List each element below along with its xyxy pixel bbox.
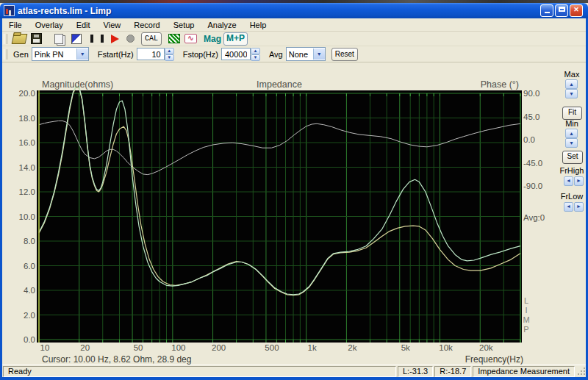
generator-type-select[interactable]: Pink PN ▼ [32, 47, 89, 61]
magnitude-tick-label: 10.0 [19, 212, 35, 221]
copy-icon [54, 34, 63, 44]
menu-record[interactable]: Record [127, 20, 166, 30]
arrow-left-icon[interactable]: ◄ [564, 202, 573, 212]
phase-tick-label: 45.0 [523, 112, 539, 121]
max-spinner[interactable]: ▲▼ [565, 79, 578, 98]
frequency-tick-label: 10 [40, 343, 50, 352]
magnitude-tick-label: 16.0 [19, 138, 35, 147]
menu-help[interactable]: Help [243, 20, 273, 30]
chevron-down-icon[interactable]: ▼ [313, 49, 325, 60]
frequency-tick-label: 1k [308, 343, 317, 352]
magnitude-tick-label: 2.0 [24, 311, 35, 320]
limp-logo-letter: P [523, 325, 528, 334]
chevron-down-icon[interactable]: ▼ [76, 49, 88, 60]
avg-label: Avg [269, 50, 283, 59]
open-file-icon [12, 34, 28, 44]
status-left-level: L:-31.3 [398, 366, 433, 377]
status-bar: Ready L:-31.3 R:-18.7 Impedance Measurem… [2, 365, 586, 377]
arrow-right-icon[interactable]: ► [574, 202, 584, 212]
fstart-input[interactable] [137, 48, 165, 60]
reset-button[interactable]: Reset [331, 48, 358, 61]
status-ready: Ready [3, 366, 396, 377]
magnitude-phase-view-button[interactable]: M+P [223, 32, 248, 46]
status-right-level: R:-18.7 [434, 366, 471, 377]
spectrum-icon [168, 34, 180, 43]
phase-tick-label: -45.0 [523, 159, 542, 168]
spin-down-icon[interactable]: ▼ [565, 89, 578, 98]
save-file-button[interactable] [31, 32, 42, 46]
generator-wave-icon: ∿ [184, 34, 197, 43]
fit-button[interactable]: Fit [562, 107, 582, 120]
fstop-spinner[interactable] [251, 48, 260, 60]
set-button[interactable]: Set [562, 151, 583, 164]
invert-colors-button[interactable] [71, 32, 82, 46]
averaging-value: None [287, 50, 313, 59]
magnitude-tick-label: 18.0 [19, 114, 35, 123]
impedance-chart[interactable]: 20.018.016.014.012.010.08.06.04.02.00.09… [0, 62, 548, 365]
magnitude-tick-label: 6.0 [24, 262, 35, 270]
open-file-button[interactable] [12, 32, 26, 46]
record-play-icon [111, 35, 119, 43]
calibrate-button[interactable]: CAL [141, 32, 162, 46]
toolbar-grip[interactable] [4, 34, 7, 44]
toolbar-grip-2[interactable] [4, 49, 7, 60]
title-bar[interactable]: atlas-rechts.lim - Limp [0, 3, 588, 18]
averaging-select[interactable]: None ▼ [286, 47, 326, 61]
minimize-button[interactable] [540, 4, 553, 17]
frlow-arrows: ◄► [564, 202, 584, 212]
spin-up-icon[interactable]: ▲ [565, 129, 578, 138]
record-stop-button[interactable] [126, 32, 135, 46]
spin-down-icon[interactable]: ▼ [565, 138, 578, 148]
app-icon [4, 5, 15, 16]
caption-buttons [540, 4, 583, 17]
spin-up-icon[interactable]: ▲ [565, 79, 578, 89]
frequency-tick-label: 200 [212, 343, 226, 352]
menu-setup[interactable]: Setup [167, 20, 201, 30]
generator-type-value: Pink PN [32, 50, 76, 59]
menu-analyze[interactable]: Analyze [201, 20, 243, 30]
pause-button[interactable] [90, 32, 104, 46]
magnitude-tick-label: 14.0 [19, 163, 35, 172]
spin-up-icon[interactable] [251, 48, 260, 54]
close-button[interactable] [570, 4, 583, 17]
frlow-label: FrLow [550, 192, 588, 201]
spectrum-button[interactable] [168, 32, 180, 46]
avg-count-label: Avg:0 [523, 213, 545, 222]
window-title: atlas-rechts.lim - Limp [18, 6, 111, 16]
frequency-tick-label: 50 [134, 343, 143, 352]
magnitude-tick-label: 4.0 [24, 286, 35, 295]
magnitude-tick-label: 20.0 [19, 89, 35, 98]
limp-logo-letter: I [525, 306, 527, 315]
magnitude-axis-title: Magnitude(ohms) [42, 79, 113, 90]
menu-file[interactable]: File [2, 20, 29, 30]
menu-overlay[interactable]: Overlay [29, 20, 70, 30]
limp-logo-letter: L [524, 296, 528, 305]
generator-toolbar: Gen Pink PN ▼ Fstart(Hz) Fstop(Hz) Avg N… [2, 46, 586, 62]
generator-button[interactable]: ∿ [184, 32, 197, 46]
fstop-input[interactable] [221, 48, 251, 60]
frhigh-arrows: ◄► [564, 176, 584, 186]
frequency-axis-title: Frequency(Hz) [465, 354, 523, 365]
spin-up-icon[interactable] [165, 48, 174, 54]
record-play-button[interactable] [111, 32, 119, 46]
menu-bar: File Overlay Edit View Record Setup Anal… [2, 18, 586, 32]
cursor-readout: Cursor: 10.00 Hz, 8.62 Ohm, 28.9 deg [42, 354, 191, 365]
copy-button[interactable] [54, 32, 63, 46]
fstop-label: Fstop(Hz) [183, 50, 218, 59]
frequency-tick-label: 5k [401, 343, 410, 352]
magnitude-tick-label: 12.0 [19, 187, 35, 196]
magnitude-view-button[interactable]: Mag [204, 32, 221, 46]
fstart-spinner[interactable] [165, 48, 174, 60]
phase-tick-label: 0.0 [523, 135, 535, 144]
menu-edit[interactable]: Edit [70, 20, 97, 30]
menu-view[interactable]: View [97, 20, 128, 30]
frequency-tick-label: 10k [439, 343, 453, 352]
phase-tick-label: -90.0 [523, 182, 542, 190]
spin-down-icon[interactable] [165, 54, 174, 61]
min-spinner[interactable]: ▲▼ [565, 129, 578, 148]
resize-grip-icon[interactable] [577, 367, 586, 376]
arrow-left-icon[interactable]: ◄ [564, 176, 573, 186]
arrow-right-icon[interactable]: ► [574, 176, 584, 186]
spin-down-icon[interactable] [251, 54, 260, 61]
maximize-button[interactable] [555, 4, 568, 17]
